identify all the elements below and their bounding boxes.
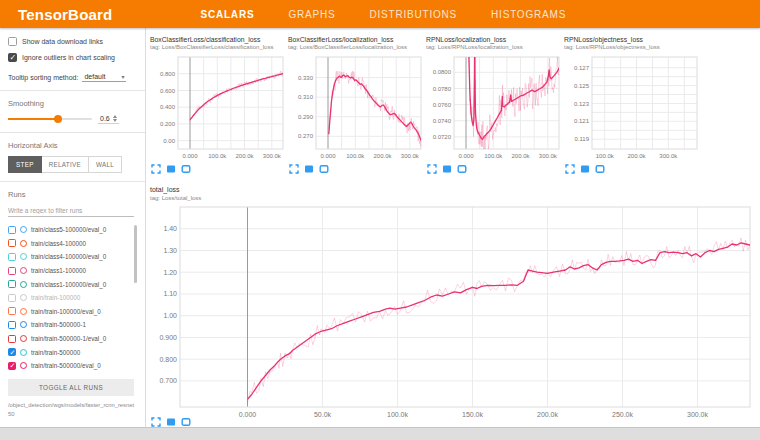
run-row[interactable]: ✓ train/class5-100000/eval_0 — [8, 223, 137, 237]
run-checkbox[interactable]: ✓ — [8, 226, 16, 234]
run-color-swatch-icon — [20, 240, 27, 247]
tab-graphs[interactable]: GRAPHS — [288, 9, 335, 20]
svg-text:0.00: 0.00 — [163, 138, 175, 144]
stepper-arrows-icon[interactable] — [113, 115, 117, 122]
fullscreen-icon[interactable] — [565, 164, 575, 174]
run-color-swatch-icon — [20, 253, 27, 260]
run-checkbox[interactable]: ✓ — [8, 267, 16, 275]
svg-text:0.270: 0.270 — [298, 133, 314, 139]
run-color-swatch-icon — [20, 362, 27, 369]
run-row[interactable]: ✓ train/train-100000/eval_0 — [8, 305, 137, 319]
chart-title: total_loss — [150, 186, 758, 195]
axis-wall-button[interactable]: WALL — [89, 156, 122, 173]
fixed-size-icon[interactable] — [580, 164, 590, 174]
run-checkbox[interactable]: ✓ — [8, 348, 16, 356]
runs-scrollbar[interactable] — [134, 225, 137, 283]
run-row[interactable]: ✓ train/train-500000/eval_0 — [8, 359, 137, 373]
slider-thumb[interactable] — [54, 115, 62, 123]
show-download-links-row[interactable]: ✓ Show data download links — [8, 37, 137, 46]
svg-text:0.127: 0.127 — [574, 65, 590, 71]
fit-domain-icon[interactable] — [595, 164, 605, 174]
divider — [0, 181, 145, 182]
run-checkbox[interactable]: ✓ — [8, 307, 16, 315]
svg-text:0.900: 0.900 — [159, 334, 177, 341]
chart-card-classification-loss: BoxClassifierLoss/classification_loss ta… — [150, 36, 287, 174]
run-color-swatch-icon — [20, 335, 27, 342]
run-row[interactable]: ✓ train/train-500000-1 — [8, 318, 137, 332]
run-checkbox[interactable]: ✓ — [8, 335, 16, 343]
chart-title: BoxClassifierLoss/localization_loss — [288, 36, 425, 44]
fullscreen-icon[interactable] — [289, 164, 299, 174]
svg-text:0.0720: 0.0720 — [433, 134, 452, 140]
run-row[interactable]: ✓ train/train-100000 — [8, 291, 137, 305]
run-name: train/class4-100000 — [31, 240, 86, 247]
chart-title: RPNLoss/objectness_loss — [564, 36, 701, 44]
tooltip-sorting-select[interactable]: default ▾ — [82, 72, 126, 82]
run-color-swatch-icon — [20, 349, 27, 356]
run-checkbox[interactable]: ✓ — [8, 321, 16, 329]
fit-domain-icon[interactable] — [181, 164, 191, 174]
svg-text:0.121: 0.121 — [574, 118, 590, 124]
runs-filter-input[interactable] — [8, 205, 134, 217]
chart-canvas[interactable]: 1.401.301.201.101.000.9000.8000.7000.000… — [150, 203, 756, 423]
chart-card-rpn-localization-loss: RPNLoss/localization_loss tag: Loss/RPNL… — [426, 36, 563, 174]
tab-distributions[interactable]: DISTRIBUTIONS — [369, 9, 457, 20]
smoothing-slider[interactable] — [8, 118, 92, 120]
toggle-all-runs-button[interactable]: TOGGLE ALL RUNS — [8, 379, 134, 396]
fullscreen-icon[interactable] — [151, 417, 161, 427]
divider — [0, 132, 145, 133]
run-checkbox[interactable]: ✓ — [8, 362, 16, 370]
fixed-size-icon[interactable] — [166, 417, 176, 427]
chart-card-rpn-objectness-loss: RPNLoss/objectness_loss tag: Loss/RPNLos… — [564, 36, 701, 174]
run-row[interactable]: ✓ train/train-500000 — [8, 345, 137, 359]
chart-canvas[interactable]: 0.3300.3100.2900.2700.000100.0k200.0k300… — [288, 53, 425, 163]
tab-histograms[interactable]: HISTOGRAMS — [491, 9, 566, 20]
svg-text:0.000: 0.000 — [182, 153, 198, 159]
run-checkbox[interactable]: ✓ — [8, 294, 16, 302]
fit-domain-icon[interactable] — [319, 164, 329, 174]
chart-canvas[interactable]: 0.8000.6000.4000.2000.000.000100.0k200.0… — [150, 53, 287, 163]
run-row[interactable]: ✓ train/class4-100000 — [8, 237, 137, 251]
axis-step-button[interactable]: STEP — [8, 156, 42, 173]
run-row[interactable]: ✓ train/class4-100000/eval_0 — [8, 250, 137, 264]
chart-tag: tag: Loss/total_loss — [150, 195, 758, 203]
fit-domain-icon[interactable] — [181, 417, 191, 427]
run-name: train/train-100000/eval_0 — [31, 308, 101, 315]
chart-title: BoxClassifierLoss/classification_loss — [150, 36, 287, 44]
svg-text:300.0k: 300.0k — [659, 153, 678, 159]
chart-card-total-loss: total_loss tag: Loss/total_loss 1.401.30… — [150, 186, 758, 423]
run-row[interactable]: ✓ train/class1-100000/eval_0 — [8, 277, 137, 291]
svg-text:0.0800: 0.0800 — [433, 69, 452, 75]
fixed-size-icon[interactable] — [166, 164, 176, 174]
fullscreen-icon[interactable] — [427, 164, 437, 174]
run-row[interactable]: ✓ train/train-500000-1/eval_0 — [8, 332, 137, 346]
run-row[interactable]: ✓ train/class1-100000 — [8, 264, 137, 278]
run-checkbox[interactable]: ✓ — [8, 239, 16, 247]
fixed-size-icon[interactable] — [442, 164, 452, 174]
tab-scalars[interactable]: SCALARS — [200, 9, 254, 20]
chart-tag: tag: Loss/RPNLoss/localization_loss — [426, 44, 563, 52]
run-checkbox[interactable]: ✓ — [8, 253, 16, 261]
fullscreen-icon[interactable] — [151, 164, 161, 174]
svg-text:1.20: 1.20 — [163, 269, 177, 276]
chart-canvas[interactable]: 0.08000.07800.07600.07400.07200.000100.0… — [426, 53, 563, 163]
chart-canvas[interactable]: 0.1270.1250.1230.1210.119100.0k200.0k300… — [564, 53, 701, 163]
run-name: train/train-500000-1/eval_0 — [31, 335, 106, 342]
smoothing-value-input[interactable]: 0.6 — [98, 114, 119, 124]
fixed-size-icon[interactable] — [304, 164, 314, 174]
ignore-outliers-row[interactable]: ✓ Ignore outliers in chart scaling — [8, 53, 137, 62]
svg-text:200.0k: 200.0k — [628, 153, 647, 159]
svg-text:200.0k: 200.0k — [512, 153, 531, 159]
chart-actions — [151, 164, 287, 174]
ignore-outliers-checkbox[interactable]: ✓ — [8, 53, 17, 62]
show-download-links-checkbox[interactable]: ✓ — [8, 37, 17, 46]
run-checkbox[interactable]: ✓ — [8, 280, 16, 288]
fit-domain-icon[interactable] — [457, 164, 467, 174]
svg-text:100.0k: 100.0k — [596, 153, 615, 159]
run-color-swatch-icon — [20, 294, 27, 301]
chart-actions — [427, 164, 563, 174]
run-color-swatch-icon — [20, 308, 27, 315]
svg-text:0.000: 0.000 — [239, 411, 257, 418]
axis-relative-button[interactable]: RELATIVE — [42, 156, 89, 173]
run-color-swatch-icon — [20, 226, 27, 233]
